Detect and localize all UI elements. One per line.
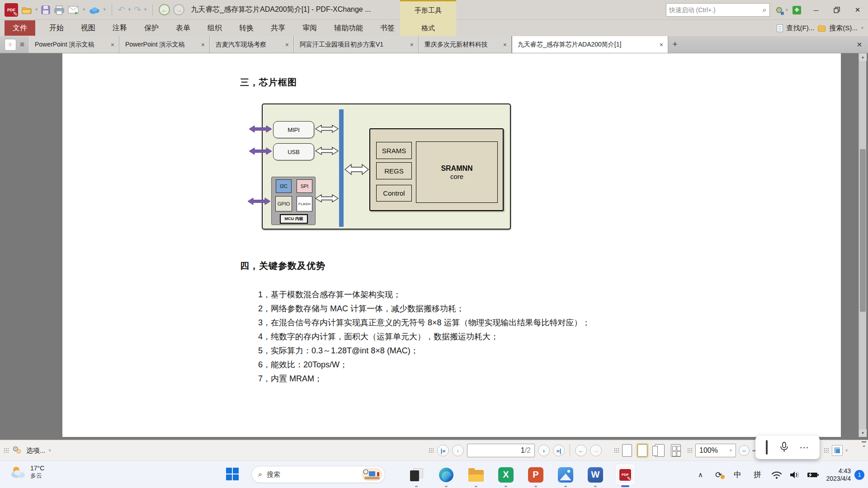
doc-tab-3[interactable]: 吉麦汽车现场考察 ×	[210, 36, 294, 53]
quick-launch-input[interactable]	[669, 6, 763, 14]
menu-convert[interactable]: 转换	[231, 20, 262, 36]
taskbar-search-box[interactable]: ⌕ 搜索	[251, 466, 385, 483]
menu-view[interactable]: 视图	[72, 20, 104, 36]
scroll-up-icon[interactable]: ▲	[859, 53, 867, 61]
multi-page-view-icon[interactable]	[671, 444, 681, 457]
email-icon[interactable]	[68, 5, 80, 14]
redo-chevron-icon[interactable]: ˅	[144, 8, 146, 12]
hand-tool-context-tab[interactable]: 手形工具 格式	[400, 0, 456, 36]
taskbar-word[interactable]: W	[580, 461, 610, 488]
menu-bookmarks[interactable]: 书签	[372, 20, 403, 36]
menu-form[interactable]: 表单	[167, 20, 199, 36]
doc-tab-5[interactable]: 重庆多次元新材料科技 ×	[419, 36, 512, 53]
wifi-icon[interactable]	[768, 470, 786, 479]
menu-organize[interactable]: 组织	[199, 20, 231, 36]
zoom-out-icon[interactable]: −	[739, 445, 750, 456]
taskbar-photos[interactable]	[551, 461, 580, 488]
scroll-down-icon[interactable]: ▼	[859, 429, 867, 437]
redo-icon[interactable]: ↷	[134, 5, 141, 14]
tab-close-icon[interactable]: ×	[285, 41, 289, 48]
doc-tab-1[interactable]: PowerPoint 演示文稿 ×	[29, 36, 119, 53]
page-fit-icon[interactable]	[832, 445, 843, 456]
sync-status-icon[interactable]: ⟳	[710, 470, 728, 480]
document-area[interactable]: 三，芯片框图 MIPI USB I2C SPI GPI	[0, 53, 868, 440]
menu-accessibility[interactable]: 辅助功能	[326, 20, 372, 36]
save-icon[interactable]	[41, 5, 51, 15]
history-forward-icon[interactable]: →	[173, 4, 184, 15]
tab-close-icon[interactable]: ×	[503, 41, 507, 48]
tab-close-icon[interactable]: ×	[201, 41, 205, 48]
tab-close-icon[interactable]: ×	[410, 41, 414, 48]
taskbar-file-explorer[interactable]	[461, 461, 491, 488]
hand-tool-label[interactable]: 手形工具	[400, 1, 456, 20]
cloud-icon[interactable]	[89, 6, 100, 14]
prev-page-button[interactable]: ‹	[452, 445, 464, 456]
next-page-button[interactable]: ›	[538, 445, 550, 456]
doc-tab-4[interactable]: 阿富汗工业园项目初步方案V1 ×	[294, 36, 419, 53]
menu-share[interactable]: 共享	[262, 20, 294, 36]
tabbar-close-icon[interactable]: ✕	[853, 36, 866, 53]
menu-file[interactable]: 文件	[5, 20, 35, 36]
preferences-chevron-icon[interactable]: ˅	[786, 8, 788, 12]
taskbar-desktop-app[interactable]	[401, 461, 431, 488]
app-logo-icon[interactable]: PDF✎	[5, 3, 18, 17]
view-back-button[interactable]: ←	[575, 445, 587, 456]
doc-tab-6-active[interactable]: 九天睿芯_感存算芯片ADA200简介[1] ×	[512, 36, 668, 53]
page-number-input[interactable]: 1 /2	[467, 444, 535, 457]
email-chevron-icon[interactable]: ˅	[83, 8, 85, 12]
taskbar-edge[interactable]	[431, 461, 461, 488]
open-file-chevron-icon[interactable]: ˅	[35, 8, 38, 12]
volume-icon[interactable]	[786, 470, 804, 479]
menu-protect[interactable]: 保护	[136, 20, 167, 36]
menu-comment[interactable]: 注释	[104, 20, 136, 36]
taskbar-pdf-xchange-active[interactable]: PDF✎	[610, 461, 640, 488]
restore-button[interactable]	[826, 0, 847, 20]
last-page-button[interactable]: »|	[553, 445, 565, 456]
continuous-view-icon[interactable]	[637, 444, 647, 457]
magnifier-icon[interactable]: ⌕	[763, 6, 767, 14]
menu-home[interactable]: 开始	[41, 20, 72, 36]
weather-widget[interactable]: 17°C 多云	[10, 465, 44, 480]
quick-launch-box[interactable]: ⌕	[666, 3, 770, 17]
search-highlight-image[interactable]	[362, 468, 382, 481]
print-icon[interactable]	[54, 5, 65, 15]
menu-review[interactable]: 审阅	[294, 20, 326, 36]
new-tab-button[interactable]: +	[668, 36, 682, 53]
open-file-icon[interactable]	[21, 5, 32, 14]
undo-icon[interactable]: ↶	[118, 5, 125, 14]
history-back-icon[interactable]: ←	[159, 4, 170, 15]
hidden-icons-chevron-icon[interactable]: ∧	[692, 471, 710, 479]
doc-tab-2[interactable]: PowerPoint 演示文稿 ×	[119, 36, 210, 53]
single-page-view-icon[interactable]	[622, 444, 632, 457]
taskbar-excel[interactable]: X	[491, 461, 521, 488]
page-fit-chevron-icon[interactable]: ˅	[845, 449, 848, 453]
microphone-icon[interactable]	[778, 441, 789, 453]
taskbar-powerpoint[interactable]: P	[521, 461, 551, 488]
format-menu[interactable]: 格式	[400, 20, 456, 36]
tab-close-icon[interactable]: ×	[660, 41, 663, 48]
find-button[interactable]: 查找(F)...	[787, 24, 815, 33]
notification-badge[interactable]: 1	[854, 470, 864, 480]
tab-list-icon[interactable]: ≡	[20, 40, 24, 49]
search-button[interactable]: 搜索(S)...	[829, 24, 858, 33]
collapse-statusbar-icon[interactable]: ⌄	[862, 441, 866, 447]
ime-mode-indicator[interactable]: 中	[728, 469, 748, 480]
start-button[interactable]	[226, 468, 240, 481]
minimize-button[interactable]: ─	[806, 0, 826, 20]
vertical-scrollbar[interactable]: ▲ ▼	[859, 53, 866, 437]
preferences-gear-icon[interactable]: ⚙	[775, 5, 783, 15]
options-chevron-icon[interactable]: ˅	[49, 449, 51, 453]
ime-layout-indicator[interactable]: 拼	[748, 469, 768, 480]
tab-thumbnails-icon[interactable]: ⠿	[5, 39, 16, 51]
battery-charging-icon[interactable]	[804, 471, 822, 479]
options-button[interactable]: 选项...	[26, 446, 46, 455]
view-forward-button[interactable]: →	[590, 445, 602, 456]
arrange-windows-icon[interactable]: ✥	[793, 6, 801, 14]
taskbar-clock[interactable]: 4:43 2023/4/4	[826, 467, 851, 483]
cloud-chevron-icon[interactable]: ˅	[104, 8, 106, 12]
more-options-icon[interactable]: ⋯	[800, 442, 809, 453]
undo-chevron-icon[interactable]: ˅	[128, 8, 131, 12]
tab-close-icon[interactable]: ×	[111, 41, 114, 48]
zoom-level-dropdown[interactable]: 100% ˅	[695, 444, 736, 457]
close-button[interactable]: ✕	[847, 0, 868, 20]
